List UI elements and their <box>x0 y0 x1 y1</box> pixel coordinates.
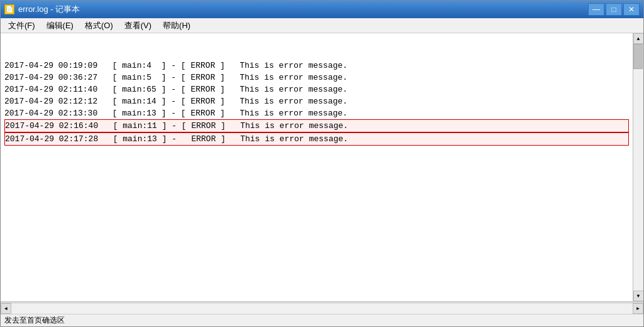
log-line-1: 2017-04-29 00:19:09 [ main:4 ] - [ ERROR… <box>4 60 629 72</box>
menu-item-help[interactable]: 帮助(H) <box>158 19 195 33</box>
title-bar-left: 📄 error.log - 记事本 <box>4 4 80 15</box>
scroll-thumb-v[interactable] <box>633 44 643 69</box>
maximize-button[interactable]: □ <box>606 3 622 16</box>
minimize-button[interactable]: — <box>588 3 604 16</box>
scroll-right-button[interactable]: ► <box>633 303 643 314</box>
title-buttons: — □ ✕ <box>588 3 640 16</box>
scroll-track-v[interactable] <box>633 44 643 291</box>
log-line-7: 2017-04-29 02:17:28 [ main:13 ] - ERROR … <box>4 132 629 146</box>
menu-item-format[interactable]: 格式(O) <box>80 19 118 33</box>
menu-item-file[interactable]: 文件(F) <box>3 19 40 33</box>
bottom-bar: ◄ ► <box>1 301 643 314</box>
window-title: error.log - 记事本 <box>18 4 80 15</box>
scroll-up-button[interactable]: ▲ <box>633 33 644 44</box>
log-line-3: 2017-04-29 02:11:40 [ main:65 ] - [ ERRO… <box>4 83 629 95</box>
menu-item-view[interactable]: 查看(V) <box>119 19 156 33</box>
status-text: 发去至首页确选区 <box>4 315 65 326</box>
horizontal-scrollbar: ◄ ► <box>1 303 643 313</box>
close-button[interactable]: ✕ <box>623 3 640 16</box>
scroll-track-h[interactable] <box>11 303 633 313</box>
menu-item-edit[interactable]: 编辑(E) <box>41 19 79 33</box>
text-editor[interactable]: 2017-04-29 00:19:09 [ main:4 ] - [ ERROR… <box>1 33 633 301</box>
status-bar: 发去至首页确选区 <box>1 314 643 326</box>
log-line-2: 2017-04-29 00:36:27 [ main:5 ] - [ ERROR… <box>4 72 629 83</box>
app-icon: 📄 <box>4 4 14 14</box>
menu-bar: 文件(F)编辑(E)格式(O)查看(V)帮助(H) <box>1 18 643 33</box>
main-window: 📄 error.log - 记事本 — □ ✕ 文件(F)编辑(E)格式(O)查… <box>0 0 644 327</box>
vertical-scrollbar: ▲ ▼ <box>633 33 643 301</box>
scroll-left-button[interactable]: ◄ <box>1 303 11 314</box>
content-area: 2017-04-29 00:19:09 [ main:4 ] - [ ERROR… <box>1 33 643 301</box>
scroll-down-button[interactable]: ▼ <box>633 291 644 301</box>
log-line-5: 2017-04-29 02:13:30 [ main:13 ] - [ ERRO… <box>4 107 629 119</box>
log-line-4: 2017-04-29 02:12:12 [ main:14 ] - [ ERRO… <box>4 95 629 107</box>
title-bar: 📄 error.log - 记事本 — □ ✕ <box>1 1 643 18</box>
log-line-6: 2017-04-29 02:16:40 [ main:11 ] - [ ERRO… <box>4 119 629 132</box>
